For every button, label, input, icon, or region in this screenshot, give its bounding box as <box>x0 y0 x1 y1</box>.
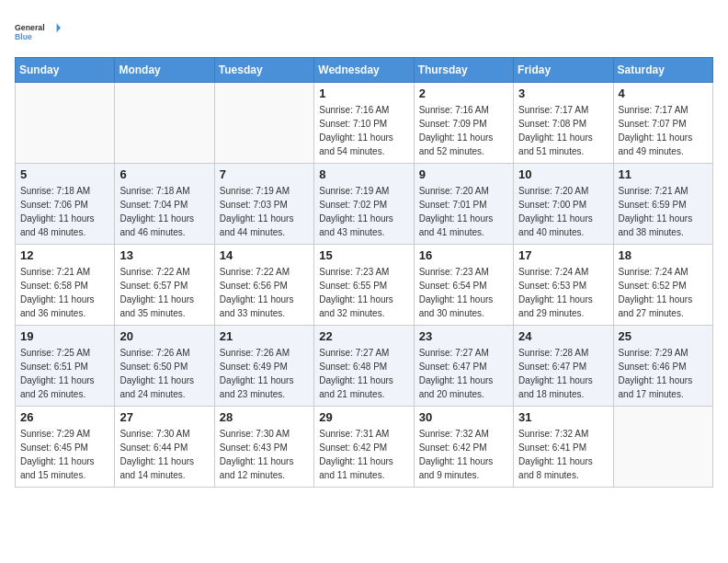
calendar-cell <box>214 83 313 164</box>
day-number: 17 <box>518 248 608 262</box>
day-info: Sunrise: 7:23 AM Sunset: 6:54 PM Dayligh… <box>419 265 508 320</box>
day-number: 9 <box>419 167 508 181</box>
calendar-cell: 27Sunrise: 7:30 AM Sunset: 6:44 PM Dayli… <box>115 407 214 488</box>
day-info: Sunrise: 7:18 AM Sunset: 7:06 PM Dayligh… <box>20 184 109 239</box>
calendar-cell: 9Sunrise: 7:20 AM Sunset: 7:01 PM Daylig… <box>414 164 513 245</box>
day-number: 1 <box>319 86 408 100</box>
day-info: Sunrise: 7:22 AM Sunset: 6:56 PM Dayligh… <box>220 265 309 320</box>
day-info: Sunrise: 7:21 AM Sunset: 6:59 PM Dayligh… <box>619 184 708 239</box>
calendar-cell: 2Sunrise: 7:16 AM Sunset: 7:09 PM Daylig… <box>414 83 513 164</box>
day-info: Sunrise: 7:20 AM Sunset: 7:01 PM Dayligh… <box>419 184 508 239</box>
day-info: Sunrise: 7:29 AM Sunset: 6:45 PM Dayligh… <box>20 427 109 482</box>
day-number: 13 <box>119 248 209 262</box>
day-info: Sunrise: 7:27 AM Sunset: 6:47 PM Dayligh… <box>419 346 508 401</box>
week-row-1: 1Sunrise: 7:16 AM Sunset: 7:10 PM Daylig… <box>16 83 713 164</box>
calendar-cell: 30Sunrise: 7:32 AM Sunset: 6:42 PM Dayli… <box>414 407 513 488</box>
day-number: 11 <box>619 167 708 181</box>
calendar-cell: 25Sunrise: 7:29 AM Sunset: 6:46 PM Dayli… <box>613 326 712 407</box>
day-info: Sunrise: 7:29 AM Sunset: 6:46 PM Dayligh… <box>619 346 708 401</box>
col-header-thursday: Thursday <box>414 58 513 83</box>
day-number: 21 <box>220 329 309 343</box>
calendar-table: SundayMondayTuesdayWednesdayThursdayFrid… <box>15 57 713 488</box>
day-info: Sunrise: 7:18 AM Sunset: 7:04 PM Dayligh… <box>119 184 209 239</box>
svg-text:General: General <box>15 23 45 32</box>
day-number: 4 <box>619 86 708 100</box>
day-info: Sunrise: 7:27 AM Sunset: 6:48 PM Dayligh… <box>319 346 408 401</box>
col-header-monday: Monday <box>115 58 214 83</box>
calendar-cell: 14Sunrise: 7:22 AM Sunset: 6:56 PM Dayli… <box>214 245 313 326</box>
calendar-cell: 29Sunrise: 7:31 AM Sunset: 6:42 PM Dayli… <box>314 407 414 488</box>
day-number: 12 <box>20 248 109 262</box>
svg-marker-2 <box>57 23 61 32</box>
logo-container: General Blue <box>15 15 61 48</box>
day-info: Sunrise: 7:23 AM Sunset: 6:55 PM Dayligh… <box>319 265 408 320</box>
day-info: Sunrise: 7:30 AM Sunset: 6:43 PM Dayligh… <box>220 427 309 482</box>
week-row-5: 26Sunrise: 7:29 AM Sunset: 6:45 PM Dayli… <box>16 407 713 488</box>
day-info: Sunrise: 7:16 AM Sunset: 7:10 PM Dayligh… <box>319 103 408 158</box>
week-row-2: 5Sunrise: 7:18 AM Sunset: 7:06 PM Daylig… <box>16 164 713 245</box>
day-number: 16 <box>419 248 508 262</box>
calendar-cell: 10Sunrise: 7:20 AM Sunset: 7:00 PM Dayli… <box>514 164 613 245</box>
col-header-friday: Friday <box>514 58 613 83</box>
calendar-cell <box>16 83 115 164</box>
day-number: 7 <box>220 167 309 181</box>
day-number: 18 <box>619 248 708 262</box>
day-number: 25 <box>619 329 708 343</box>
day-info: Sunrise: 7:25 AM Sunset: 6:51 PM Dayligh… <box>20 346 109 401</box>
week-row-3: 12Sunrise: 7:21 AM Sunset: 6:58 PM Dayli… <box>16 245 713 326</box>
calendar-cell: 3Sunrise: 7:17 AM Sunset: 7:08 PM Daylig… <box>514 83 613 164</box>
day-number: 22 <box>319 329 408 343</box>
col-header-wednesday: Wednesday <box>314 58 414 83</box>
calendar-cell: 5Sunrise: 7:18 AM Sunset: 7:06 PM Daylig… <box>16 164 115 245</box>
calendar-cell: 7Sunrise: 7:19 AM Sunset: 7:03 PM Daylig… <box>214 164 313 245</box>
day-number: 2 <box>419 86 508 100</box>
calendar-cell: 8Sunrise: 7:19 AM Sunset: 7:02 PM Daylig… <box>314 164 414 245</box>
day-info: Sunrise: 7:19 AM Sunset: 7:03 PM Dayligh… <box>220 184 309 239</box>
day-number: 5 <box>20 167 109 181</box>
day-info: Sunrise: 7:24 AM Sunset: 6:53 PM Dayligh… <box>518 265 608 320</box>
calendar-cell: 24Sunrise: 7:28 AM Sunset: 6:47 PM Dayli… <box>514 326 613 407</box>
calendar-cell: 11Sunrise: 7:21 AM Sunset: 6:59 PM Dayli… <box>613 164 712 245</box>
day-number: 26 <box>20 410 109 424</box>
calendar-cell: 17Sunrise: 7:24 AM Sunset: 6:53 PM Dayli… <box>514 245 613 326</box>
day-info: Sunrise: 7:21 AM Sunset: 6:58 PM Dayligh… <box>20 265 109 320</box>
day-info: Sunrise: 7:24 AM Sunset: 6:52 PM Dayligh… <box>619 265 708 320</box>
day-info: Sunrise: 7:26 AM Sunset: 6:50 PM Dayligh… <box>119 346 209 401</box>
calendar-cell: 18Sunrise: 7:24 AM Sunset: 6:52 PM Dayli… <box>613 245 712 326</box>
calendar-cell: 28Sunrise: 7:30 AM Sunset: 6:43 PM Dayli… <box>214 407 313 488</box>
day-info: Sunrise: 7:20 AM Sunset: 7:00 PM Dayligh… <box>518 184 608 239</box>
calendar-cell: 22Sunrise: 7:27 AM Sunset: 6:48 PM Dayli… <box>314 326 414 407</box>
day-number: 20 <box>119 329 209 343</box>
col-header-saturday: Saturday <box>613 58 712 83</box>
day-info: Sunrise: 7:31 AM Sunset: 6:42 PM Dayligh… <box>319 427 408 482</box>
calendar-cell: 20Sunrise: 7:26 AM Sunset: 6:50 PM Dayli… <box>115 326 214 407</box>
day-number: 6 <box>119 167 209 181</box>
day-info: Sunrise: 7:17 AM Sunset: 7:07 PM Dayligh… <box>619 103 708 158</box>
day-number: 8 <box>319 167 408 181</box>
col-header-sunday: Sunday <box>16 58 115 83</box>
day-number: 30 <box>419 410 508 424</box>
day-number: 14 <box>220 248 309 262</box>
day-number: 3 <box>518 86 608 100</box>
calendar-cell: 16Sunrise: 7:23 AM Sunset: 6:54 PM Dayli… <box>414 245 513 326</box>
day-info: Sunrise: 7:32 AM Sunset: 6:41 PM Dayligh… <box>518 427 608 482</box>
logo-graphic: General Blue <box>15 15 61 48</box>
day-number: 24 <box>518 329 608 343</box>
calendar-cell <box>613 407 712 488</box>
day-number: 27 <box>119 410 209 424</box>
day-number: 19 <box>20 329 109 343</box>
day-info: Sunrise: 7:22 AM Sunset: 6:57 PM Dayligh… <box>119 265 209 320</box>
calendar-cell: 15Sunrise: 7:23 AM Sunset: 6:55 PM Dayli… <box>314 245 414 326</box>
calendar-cell: 12Sunrise: 7:21 AM Sunset: 6:58 PM Dayli… <box>16 245 115 326</box>
calendar-cell: 13Sunrise: 7:22 AM Sunset: 6:57 PM Dayli… <box>115 245 214 326</box>
day-number: 10 <box>518 167 608 181</box>
day-info: Sunrise: 7:30 AM Sunset: 6:44 PM Dayligh… <box>119 427 209 482</box>
day-number: 23 <box>419 329 508 343</box>
calendar-cell: 26Sunrise: 7:29 AM Sunset: 6:45 PM Dayli… <box>16 407 115 488</box>
day-info: Sunrise: 7:19 AM Sunset: 7:02 PM Dayligh… <box>319 184 408 239</box>
day-number: 15 <box>319 248 408 262</box>
header-row: SundayMondayTuesdayWednesdayThursdayFrid… <box>16 58 713 83</box>
svg-text:Blue: Blue <box>15 32 32 41</box>
calendar-cell: 31Sunrise: 7:32 AM Sunset: 6:41 PM Dayli… <box>514 407 613 488</box>
day-number: 31 <box>518 410 608 424</box>
